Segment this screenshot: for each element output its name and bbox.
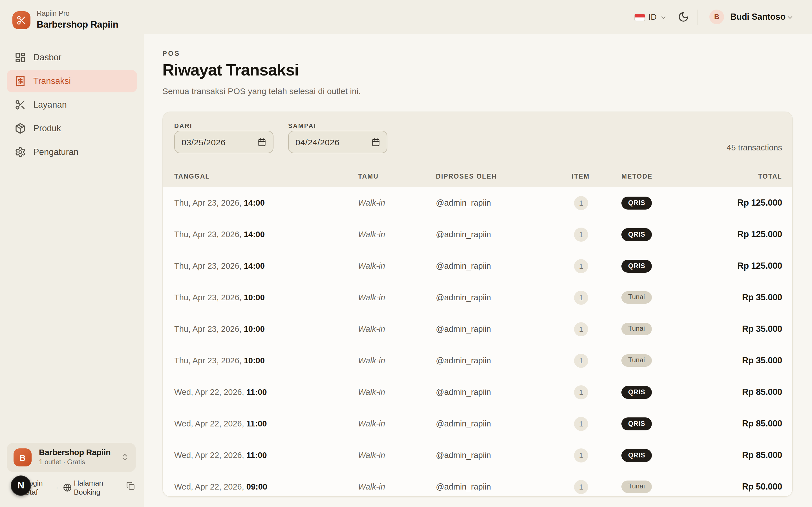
- row-processed-by: @admin_rapiin: [436, 356, 572, 365]
- row-date-text: Wed, Apr 22, 2026,: [174, 482, 244, 491]
- row-processed-by: @admin_rapiin: [436, 198, 572, 207]
- dashboard-icon: [15, 52, 26, 63]
- table-row[interactable]: Thu, Apr 23, 2026, 10:00 Walk-in @admin_…: [163, 282, 792, 313]
- row-time: 09:00: [246, 482, 267, 491]
- row-total: Rp 35.000: [734, 292, 782, 302]
- dark-mode-toggle-moon-icon[interactable]: [678, 11, 689, 22]
- item-count-badge: 1: [574, 480, 588, 494]
- page-eyebrow: POS: [162, 50, 181, 57]
- method-badge: QRIS: [621, 228, 652, 241]
- row-date-text: Thu, Apr 23, 2026,: [174, 230, 242, 239]
- outlet-switcher[interactable]: B Barbershop Rapiin 1 outlet · Gratis: [7, 443, 136, 472]
- user-menu-chevron-down-icon[interactable]: [786, 13, 794, 21]
- page-title: Riwayat Transaksi: [162, 61, 299, 79]
- sidebar-item-produk[interactable]: Produk: [7, 117, 137, 140]
- row-time: 14:00: [244, 198, 265, 207]
- method-badge: Tunai: [621, 481, 652, 493]
- user-avatar[interactable]: B: [709, 10, 724, 24]
- row-guest: Walk-in: [358, 262, 436, 270]
- row-date: Thu, Apr 23, 2026, 14:00: [174, 230, 358, 239]
- row-date-text: Thu, Apr 23, 2026,: [174, 293, 242, 302]
- table-row[interactable]: Wed, Apr 22, 2026, 11:00 Walk-in @admin_…: [163, 439, 792, 471]
- topbar-divider: [698, 10, 698, 25]
- table-row[interactable]: Wed, Apr 22, 2026, 11:00 Walk-in @admin_…: [163, 408, 792, 439]
- row-guest: Walk-in: [358, 198, 436, 207]
- row-date-text: Wed, Apr 22, 2026,: [174, 388, 244, 397]
- row-date: Wed, Apr 22, 2026, 11:00: [174, 451, 358, 460]
- row-total: Rp 35.000: [734, 355, 782, 365]
- row-date: Thu, Apr 23, 2026, 10:00: [174, 293, 358, 302]
- sidebar-nav: Dasbor Transaksi Layanan Produk: [7, 46, 137, 163]
- table-row[interactable]: Wed, Apr 22, 2026, 11:00 Walk-in @admin_…: [163, 376, 792, 408]
- row-processed-by: @admin_rapiin: [436, 482, 572, 491]
- table-row[interactable]: Thu, Apr 23, 2026, 14:00 Walk-in @admin_…: [163, 250, 792, 282]
- method-badge: Tunai: [621, 291, 652, 304]
- method-badge: QRIS: [621, 386, 652, 399]
- column-header-diproses-oleh: DIPROSES OLEH: [436, 173, 572, 180]
- row-guest: Walk-in: [358, 419, 436, 428]
- row-guest: Walk-in: [358, 388, 436, 397]
- item-count-badge: 1: [574, 322, 588, 336]
- row-guest: Walk-in: [358, 356, 436, 365]
- row-processed-by: @admin_rapiin: [436, 451, 572, 460]
- sidebar: Dasbor Transaksi Layanan Produk: [0, 34, 144, 507]
- row-date-text: Thu, Apr 23, 2026,: [174, 325, 242, 334]
- row-total: Rp 85.000: [734, 387, 782, 397]
- from-date-input[interactable]: 03/25/2026: [174, 131, 273, 153]
- item-count-badge: 1: [574, 227, 588, 241]
- calendar-icon[interactable]: [258, 138, 266, 146]
- row-total: Rp 85.000: [734, 450, 782, 460]
- row-processed-by: @admin_rapiin: [436, 325, 572, 334]
- row-time: 14:00: [244, 230, 265, 239]
- sidebar-item-dasbor[interactable]: Dasbor: [7, 46, 137, 69]
- table-row[interactable]: Thu, Apr 23, 2026, 10:00 Walk-in @admin_…: [163, 345, 792, 376]
- booking-page-link[interactable]: Halaman Booking: [74, 479, 111, 497]
- sidebar-item-label: Produk: [33, 123, 61, 133]
- row-time: 11:00: [246, 388, 267, 397]
- row-date: Thu, Apr 23, 2026, 14:00: [174, 262, 358, 270]
- sidebar-item-layanan[interactable]: Layanan: [7, 94, 137, 116]
- column-header-tamu: TAMU: [358, 173, 436, 180]
- row-total: Rp 35.000: [734, 324, 782, 334]
- row-guest: Walk-in: [358, 451, 436, 460]
- transaction-count: 45 transactions: [726, 143, 782, 152]
- indonesia-flag-icon[interactable]: [635, 13, 645, 21]
- to-date-label: SAMPAI: [288, 122, 316, 129]
- language-selector[interactable]: ID: [649, 12, 657, 21]
- row-time: 11:00: [246, 419, 267, 428]
- globe-icon[interactable]: [63, 483, 71, 492]
- table-row[interactable]: Thu, Apr 23, 2026, 14:00 Walk-in @admin_…: [163, 219, 792, 250]
- to-date-input[interactable]: 04/24/2026: [288, 131, 388, 153]
- method-badge: QRIS: [621, 260, 652, 272]
- row-date: Wed, Apr 22, 2026, 09:00: [174, 482, 358, 491]
- calendar-icon[interactable]: [371, 138, 380, 146]
- row-total: Rp 125.000: [734, 198, 782, 208]
- row-time: 11:00: [246, 451, 267, 460]
- outlet-meta: 1 outlet · Gratis: [39, 458, 85, 466]
- row-guest: Walk-in: [358, 325, 436, 334]
- sidebar-item-pengaturan[interactable]: Pengaturan: [7, 141, 137, 163]
- row-time: 10:00: [244, 293, 265, 302]
- method-badge: Tunai: [621, 323, 652, 335]
- row-date: Thu, Apr 23, 2026, 10:00: [174, 325, 358, 334]
- topbar: Rapiin Pro Barbershop Rapiin ID B Budi S…: [0, 0, 812, 34]
- sidebar-item-transaksi[interactable]: Transaksi: [7, 70, 137, 93]
- item-count-badge: 1: [574, 353, 588, 368]
- chevron-down-icon[interactable]: [660, 14, 667, 21]
- user-name[interactable]: Budi Santoso: [730, 12, 785, 22]
- table-row[interactable]: Wed, Apr 22, 2026, 09:00 Walk-in @admin_…: [163, 471, 792, 497]
- row-guest: Walk-in: [358, 230, 436, 239]
- transactions-card: DARI 03/25/2026 SAMPAI 04/24/2026 45 tra…: [162, 112, 793, 497]
- outlet-name: Barbershop Rapiin: [39, 448, 111, 457]
- table-row[interactable]: Thu, Apr 23, 2026, 14:00 Walk-in @admin_…: [163, 187, 792, 219]
- row-processed-by: @admin_rapiin: [436, 230, 572, 239]
- table-body: Thu, Apr 23, 2026, 14:00 Walk-in @admin_…: [163, 187, 792, 497]
- row-date-text: Thu, Apr 23, 2026,: [174, 198, 242, 207]
- copy-icon[interactable]: [126, 482, 135, 490]
- nextjs-dev-badge[interactable]: N: [11, 475, 31, 496]
- column-header-total: TOTAL: [734, 173, 782, 180]
- row-date: Thu, Apr 23, 2026, 14:00: [174, 198, 358, 207]
- row-guest: Walk-in: [358, 293, 436, 302]
- row-time: 10:00: [244, 356, 265, 365]
- table-row[interactable]: Thu, Apr 23, 2026, 10:00 Walk-in @admin_…: [163, 313, 792, 345]
